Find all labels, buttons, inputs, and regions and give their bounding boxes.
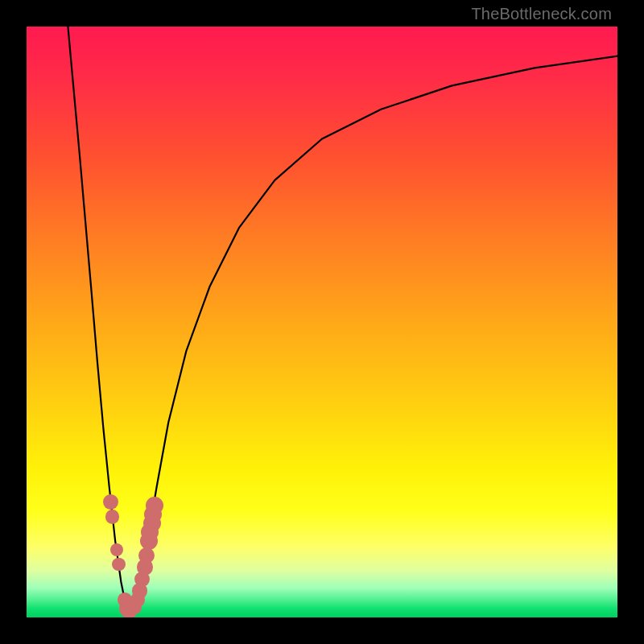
highlight-dot <box>128 600 142 614</box>
highlight-dot <box>105 510 120 524</box>
chart-frame: TheBottleneck.com <box>0 0 644 644</box>
highlight-dot <box>110 543 123 556</box>
watermark-text: TheBottleneck.com <box>471 5 612 23</box>
plot-area <box>27 27 617 617</box>
highlight-dot <box>112 558 125 571</box>
highlight-dot <box>146 497 163 514</box>
bottleneck-curve <box>27 27 617 617</box>
